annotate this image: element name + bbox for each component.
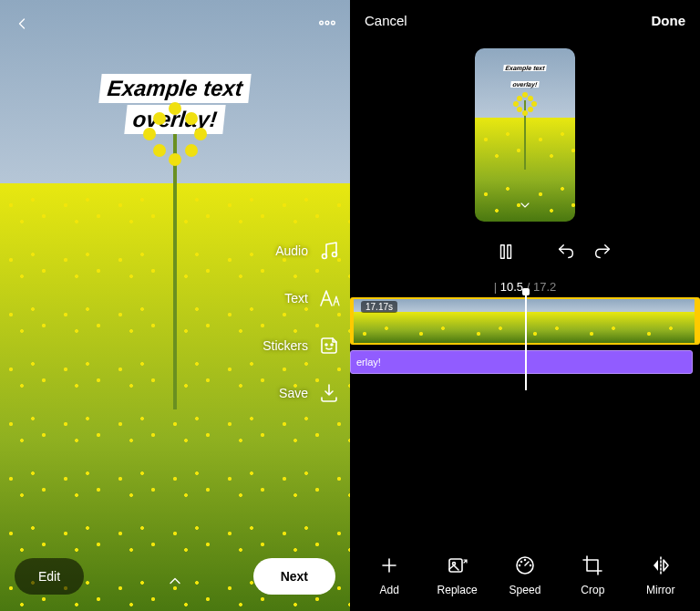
- svg-line-14: [525, 562, 529, 565]
- add-label: Add: [380, 584, 399, 596]
- preview-overlay: Example text overlay!: [503, 57, 546, 90]
- add-button[interactable]: Add: [361, 553, 417, 596]
- text-track-label: erlay!: [356, 357, 381, 368]
- speed-label: Speed: [510, 584, 541, 596]
- plus-icon: [376, 553, 402, 578]
- crop-icon: [580, 553, 605, 578]
- redo-button[interactable]: [592, 242, 612, 265]
- crop-label: Crop: [581, 584, 604, 596]
- replace-button[interactable]: Replace: [429, 553, 486, 596]
- overlay-line-1: Example text: [98, 74, 251, 103]
- crop-button[interactable]: Crop: [564, 553, 621, 596]
- preview-container: Example text overlay!: [350, 41, 700, 233]
- preview-overlay-line2: overlay!: [510, 81, 540, 88]
- playback-controls: [350, 233, 700, 274]
- time-total: 17.2: [533, 280, 556, 294]
- preview-stem: [173, 134, 177, 409]
- svg-point-4: [333, 253, 337, 257]
- svg-rect-11: [449, 559, 462, 572]
- video-preview[interactable]: Example text overlay!: [475, 48, 575, 222]
- music-icon: [317, 239, 341, 263]
- more-icon[interactable]: [317, 13, 337, 38]
- top-bar: [0, 0, 350, 51]
- mirror-icon: [648, 553, 674, 578]
- mirror-button[interactable]: Mirror: [633, 553, 689, 596]
- text-tool[interactable]: Text: [262, 286, 341, 310]
- undo-button[interactable]: [556, 242, 576, 265]
- save-label: Save: [279, 386, 308, 400]
- audio-label: Audio: [275, 243, 308, 258]
- stickers-tool[interactable]: Stickers: [262, 334, 341, 357]
- story-editor-screen: Example text overlay! Audio Text Sticker…: [0, 0, 350, 611]
- text-track[interactable]: erlay!: [350, 350, 693, 374]
- svg-point-0: [320, 21, 324, 25]
- speed-button[interactable]: Speed: [497, 553, 553, 596]
- next-button[interactable]: Next: [253, 558, 335, 595]
- svg-point-17: [530, 565, 530, 566]
- clip-duration-badge: 17.17s: [361, 301, 397, 313]
- svg-point-12: [452, 563, 455, 565]
- audio-tool[interactable]: Audio: [262, 239, 341, 263]
- svg-point-2: [332, 21, 335, 25]
- bottom-bar: Edit Next: [0, 549, 350, 604]
- svg-point-6: [331, 344, 333, 346]
- preview-overlay-line1: Example text: [503, 65, 547, 71]
- download-icon: [317, 381, 341, 405]
- done-button[interactable]: Done: [652, 13, 686, 28]
- stickers-label: Stickers: [262, 338, 308, 353]
- svg-point-16: [519, 565, 520, 566]
- text-label: Text: [284, 291, 308, 306]
- svg-rect-8: [508, 245, 511, 259]
- text-icon: [317, 286, 341, 310]
- svg-point-5: [325, 344, 327, 346]
- back-icon[interactable]: [13, 13, 31, 38]
- sticker-icon: [317, 334, 341, 357]
- replace-label: Replace: [438, 584, 478, 596]
- cancel-button[interactable]: Cancel: [365, 13, 407, 28]
- editor-topbar: Cancel Done: [350, 0, 700, 41]
- pause-button[interactable]: [496, 242, 516, 265]
- bottom-toolbar: Add Replace Speed Crop Mirror: [350, 540, 700, 611]
- svg-rect-7: [501, 245, 505, 259]
- svg-point-15: [524, 560, 525, 561]
- svg-point-3: [323, 254, 327, 259]
- save-tool[interactable]: Save: [262, 381, 341, 405]
- edit-button[interactable]: Edit: [15, 558, 84, 595]
- timeline[interactable]: 17.17s erlay!: [350, 297, 700, 385]
- image-icon: [445, 553, 470, 578]
- svg-point-1: [325, 21, 329, 25]
- video-editor-screen: Cancel Done Example text overlay!: [350, 0, 700, 611]
- svg-point-18: [520, 562, 521, 563]
- side-tools: Audio Text Stickers Save: [262, 239, 341, 405]
- playhead[interactable]: [525, 292, 527, 390]
- time-current: 10.5: [500, 280, 523, 294]
- mirror-label: Mirror: [646, 584, 674, 596]
- preview-flower: [143, 102, 207, 166]
- chevron-down-icon[interactable]: [518, 198, 532, 216]
- speed-icon: [512, 553, 538, 578]
